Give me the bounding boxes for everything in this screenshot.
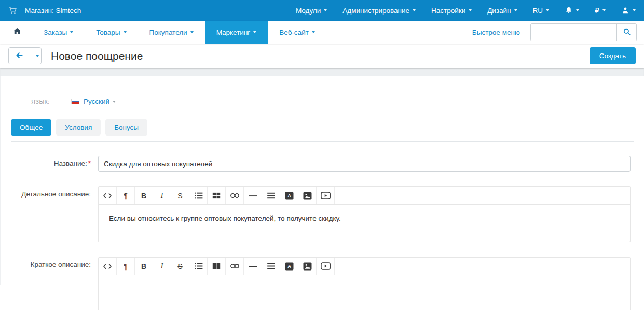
svg-text:A: A xyxy=(287,264,291,269)
image-icon[interactable] xyxy=(298,258,317,275)
align-icon[interactable] xyxy=(262,187,280,204)
tabs: Общее Условия Бонусы xyxy=(11,119,644,136)
strikethrough-icon[interactable]: S xyxy=(171,187,189,204)
name-input[interactable] xyxy=(98,156,631,172)
chevron-down-icon xyxy=(546,9,549,11)
home-icon xyxy=(12,26,22,38)
unordered-list-icon[interactable] xyxy=(189,187,208,204)
chevron-down-icon xyxy=(469,9,472,11)
strikethrough-icon[interactable]: S xyxy=(171,258,189,275)
code-view-icon[interactable] xyxy=(99,187,117,204)
nav-marketing[interactable]: Маркетинг xyxy=(205,21,268,44)
chevron-down-icon xyxy=(413,9,416,11)
image-icon[interactable] xyxy=(298,187,317,204)
name-label: Название:* xyxy=(1,156,98,171)
font-color-icon[interactable]: A xyxy=(280,258,298,275)
font-color-icon[interactable]: A xyxy=(280,187,298,204)
search-box xyxy=(530,23,637,41)
chevron-down-icon xyxy=(602,9,606,11)
tab-conditions[interactable]: Условия xyxy=(56,119,101,136)
chevron-down-icon xyxy=(324,9,327,11)
menu-language[interactable]: RU xyxy=(533,7,550,15)
menu-modules[interactable]: Модули xyxy=(296,7,327,15)
editor-toolbar: ¶BISA xyxy=(99,187,630,205)
link-icon[interactable] xyxy=(226,187,244,204)
name-row: Название:* xyxy=(1,156,644,172)
full-description-editor: ¶BISA Если вы относитесь к группе оптовы… xyxy=(98,186,631,242)
menu-design[interactable]: Дизайн xyxy=(487,7,517,15)
tab-bonuses[interactable]: Бонусы xyxy=(105,119,147,136)
notifications-menu[interactable] xyxy=(565,6,579,15)
nav-customers[interactable]: Покупатели xyxy=(138,21,205,44)
back-button-group xyxy=(8,47,42,64)
chevron-down-icon xyxy=(36,55,39,57)
page-header: Новое поощрение Создать xyxy=(0,44,644,68)
chevron-down-icon xyxy=(70,31,73,33)
content-divider-strip xyxy=(0,68,644,76)
italic-icon[interactable]: I xyxy=(153,258,171,275)
bold-icon[interactable]: B xyxy=(135,258,153,275)
svg-text:A: A xyxy=(287,193,291,198)
italic-icon[interactable]: I xyxy=(153,187,171,204)
quick-menu-link[interactable]: Быстрое меню xyxy=(472,29,520,36)
tab-general[interactable]: Общее xyxy=(11,119,51,136)
language-row: ЯЗЫК: Русский xyxy=(31,98,644,105)
promotion-form-content: ЯЗЫК: Русский Общее Условия Бонусы Назва… xyxy=(0,76,644,285)
search-button[interactable] xyxy=(616,24,636,41)
video-icon[interactable] xyxy=(317,258,335,275)
chevron-down-icon xyxy=(312,31,315,33)
chevron-down-icon xyxy=(190,31,194,33)
language-value: Русский xyxy=(84,98,109,105)
chevron-down-icon xyxy=(253,31,256,33)
unordered-list-icon[interactable] xyxy=(189,258,208,275)
required-mark: * xyxy=(88,159,91,167)
full-description-text[interactable]: Если вы относитесь к группе оптовых поку… xyxy=(99,205,630,242)
short-description-editor: ¶BISA xyxy=(98,257,631,310)
align-icon[interactable] xyxy=(262,258,280,275)
arrow-left-icon xyxy=(15,51,24,61)
nav-orders[interactable]: Заказы xyxy=(32,21,85,44)
table-grid-icon[interactable] xyxy=(208,258,226,275)
chevron-down-icon xyxy=(633,9,636,11)
short-description-label: Краткое описание: xyxy=(1,257,98,273)
tabs-divider xyxy=(11,141,634,142)
menu-administration[interactable]: Администрирование xyxy=(342,7,416,15)
currency-menu[interactable]: ₽ xyxy=(595,6,606,15)
russia-flag-icon xyxy=(71,99,79,104)
page-title: Новое поощрение xyxy=(51,50,143,62)
short-description-row: Краткое описание: ¶BISA xyxy=(1,257,644,310)
bell-icon xyxy=(565,6,573,15)
bold-icon[interactable]: B xyxy=(135,187,153,204)
language-label: ЯЗЫК: xyxy=(31,99,71,105)
link-icon[interactable] xyxy=(226,258,244,275)
back-dropdown-button[interactable] xyxy=(30,48,41,64)
search-input[interactable] xyxy=(531,24,616,41)
menu-settings[interactable]: Настройки xyxy=(431,7,472,15)
code-view-icon[interactable] xyxy=(99,258,117,275)
store-selector[interactable]: Магазин: Simtech xyxy=(8,6,81,15)
horizontal-rule-icon[interactable] xyxy=(244,187,262,204)
create-button[interactable]: Создать xyxy=(590,47,636,64)
ruble-icon: ₽ xyxy=(595,6,599,15)
admin-page: Магазин: Simtech Модули Администрировани… xyxy=(0,0,644,310)
search-icon xyxy=(622,27,632,38)
nav-products[interactable]: Товары xyxy=(85,21,138,44)
back-button[interactable] xyxy=(9,48,30,64)
topbar: Магазин: Simtech Модули Администрировани… xyxy=(0,0,644,21)
chevron-down-icon xyxy=(576,9,579,11)
short-description-text[interactable] xyxy=(99,275,630,310)
paragraph-icon[interactable]: ¶ xyxy=(117,258,135,275)
home-button[interactable] xyxy=(0,21,32,44)
language-selector[interactable]: Русский xyxy=(71,98,116,105)
paragraph-icon[interactable]: ¶ xyxy=(117,187,135,204)
main-navbar: Заказы Товары Покупатели Маркетинг Веб-с… xyxy=(0,21,644,44)
video-icon[interactable] xyxy=(317,187,335,204)
promotion-form: Название:* Детальное описание: ¶BISA Есл… xyxy=(1,156,644,310)
full-description-label: Детальное описание: xyxy=(1,186,98,202)
table-grid-icon[interactable] xyxy=(208,187,226,204)
horizontal-rule-icon[interactable] xyxy=(244,258,262,275)
cart-icon xyxy=(8,6,18,15)
nav-website[interactable]: Веб-сайт xyxy=(268,21,326,44)
store-label: Магазин: Simtech xyxy=(25,7,81,15)
account-menu[interactable] xyxy=(621,6,636,15)
